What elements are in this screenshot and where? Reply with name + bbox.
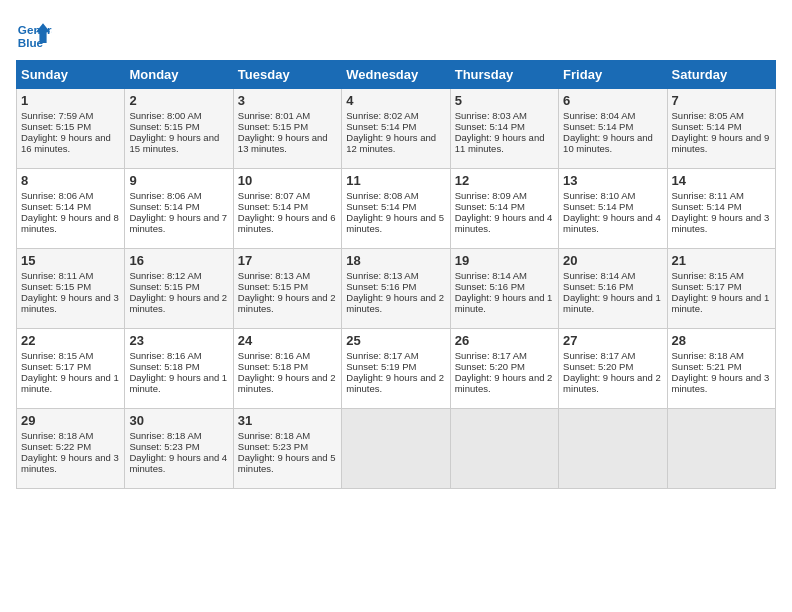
day-number: 27 (563, 333, 662, 348)
day-number: 31 (238, 413, 337, 428)
sunset: Sunset: 5:14 PM (455, 201, 525, 212)
day-number: 30 (129, 413, 228, 428)
sunrise: Sunrise: 8:17 AM (346, 350, 418, 361)
calendar-cell: 13Sunrise: 8:10 AMSunset: 5:14 PMDayligh… (559, 169, 667, 249)
sunset: Sunset: 5:17 PM (672, 281, 742, 292)
sunrise: Sunrise: 8:13 AM (346, 270, 418, 281)
day-number: 4 (346, 93, 445, 108)
day-number: 5 (455, 93, 554, 108)
daylight: Daylight: 9 hours and 12 minutes. (346, 132, 436, 154)
calendar-cell: 20Sunrise: 8:14 AMSunset: 5:16 PMDayligh… (559, 249, 667, 329)
sunrise: Sunrise: 8:11 AM (672, 190, 744, 201)
day-header-friday: Friday (559, 61, 667, 89)
daylight: Daylight: 9 hours and 3 minutes. (672, 212, 770, 234)
sunset: Sunset: 5:14 PM (455, 121, 525, 132)
calendar-cell (559, 409, 667, 489)
daylight: Daylight: 9 hours and 1 minute. (455, 292, 553, 314)
daylight: Daylight: 9 hours and 8 minutes. (21, 212, 119, 234)
daylight: Daylight: 9 hours and 2 minutes. (563, 372, 661, 394)
sunset: Sunset: 5:15 PM (238, 121, 308, 132)
calendar-cell: 30Sunrise: 8:18 AMSunset: 5:23 PMDayligh… (125, 409, 233, 489)
day-number: 3 (238, 93, 337, 108)
day-header-wednesday: Wednesday (342, 61, 450, 89)
daylight: Daylight: 9 hours and 10 minutes. (563, 132, 653, 154)
daylight: Daylight: 9 hours and 4 minutes. (129, 452, 227, 474)
daylight: Daylight: 9 hours and 3 minutes. (21, 292, 119, 314)
day-number: 22 (21, 333, 120, 348)
sunset: Sunset: 5:14 PM (346, 121, 416, 132)
sunset: Sunset: 5:14 PM (672, 121, 742, 132)
sunset: Sunset: 5:16 PM (455, 281, 525, 292)
day-number: 9 (129, 173, 228, 188)
sunset: Sunset: 5:20 PM (455, 361, 525, 372)
daylight: Daylight: 9 hours and 16 minutes. (21, 132, 111, 154)
sunset: Sunset: 5:14 PM (346, 201, 416, 212)
calendar-cell: 26Sunrise: 8:17 AMSunset: 5:20 PMDayligh… (450, 329, 558, 409)
calendar-week-4: 22Sunrise: 8:15 AMSunset: 5:17 PMDayligh… (17, 329, 776, 409)
daylight: Daylight: 9 hours and 1 minute. (129, 372, 227, 394)
sunrise: Sunrise: 8:15 AM (672, 270, 744, 281)
sunset: Sunset: 5:15 PM (21, 121, 91, 132)
day-number: 16 (129, 253, 228, 268)
sunrise: Sunrise: 8:05 AM (672, 110, 744, 121)
daylight: Daylight: 9 hours and 2 minutes. (455, 372, 553, 394)
sunrise: Sunrise: 8:08 AM (346, 190, 418, 201)
sunset: Sunset: 5:19 PM (346, 361, 416, 372)
sunrise: Sunrise: 8:06 AM (21, 190, 93, 201)
calendar-cell: 25Sunrise: 8:17 AMSunset: 5:19 PMDayligh… (342, 329, 450, 409)
day-number: 20 (563, 253, 662, 268)
sunset: Sunset: 5:14 PM (563, 121, 633, 132)
sunset: Sunset: 5:14 PM (563, 201, 633, 212)
sunset: Sunset: 5:22 PM (21, 441, 91, 452)
sunrise: Sunrise: 8:17 AM (455, 350, 527, 361)
sunrise: Sunrise: 8:16 AM (129, 350, 201, 361)
calendar-cell (667, 409, 775, 489)
sunset: Sunset: 5:23 PM (238, 441, 308, 452)
calendar-cell: 8Sunrise: 8:06 AMSunset: 5:14 PMDaylight… (17, 169, 125, 249)
calendar-cell: 24Sunrise: 8:16 AMSunset: 5:18 PMDayligh… (233, 329, 341, 409)
calendar-cell: 3Sunrise: 8:01 AMSunset: 5:15 PMDaylight… (233, 89, 341, 169)
day-number: 13 (563, 173, 662, 188)
daylight: Daylight: 9 hours and 2 minutes. (346, 292, 444, 314)
sunrise: Sunrise: 8:02 AM (346, 110, 418, 121)
day-number: 25 (346, 333, 445, 348)
daylight: Daylight: 9 hours and 3 minutes. (21, 452, 119, 474)
sunrise: Sunrise: 8:04 AM (563, 110, 635, 121)
calendar-week-3: 15Sunrise: 8:11 AMSunset: 5:15 PMDayligh… (17, 249, 776, 329)
calendar-cell: 11Sunrise: 8:08 AMSunset: 5:14 PMDayligh… (342, 169, 450, 249)
calendar-cell: 6Sunrise: 8:04 AMSunset: 5:14 PMDaylight… (559, 89, 667, 169)
calendar-cell: 4Sunrise: 8:02 AMSunset: 5:14 PMDaylight… (342, 89, 450, 169)
day-number: 10 (238, 173, 337, 188)
day-header-tuesday: Tuesday (233, 61, 341, 89)
daylight: Daylight: 9 hours and 4 minutes. (563, 212, 661, 234)
daylight: Daylight: 9 hours and 1 minute. (563, 292, 661, 314)
calendar-cell: 7Sunrise: 8:05 AMSunset: 5:14 PMDaylight… (667, 89, 775, 169)
day-number: 6 (563, 93, 662, 108)
sunrise: Sunrise: 8:18 AM (672, 350, 744, 361)
calendar-cell (342, 409, 450, 489)
sunset: Sunset: 5:16 PM (346, 281, 416, 292)
sunset: Sunset: 5:15 PM (129, 281, 199, 292)
logo: General Blue (16, 16, 52, 52)
day-number: 7 (672, 93, 771, 108)
daylight: Daylight: 9 hours and 1 minute. (21, 372, 119, 394)
sunrise: Sunrise: 8:10 AM (563, 190, 635, 201)
daylight: Daylight: 9 hours and 7 minutes. (129, 212, 227, 234)
daylight: Daylight: 9 hours and 3 minutes. (672, 372, 770, 394)
calendar-cell: 10Sunrise: 8:07 AMSunset: 5:14 PMDayligh… (233, 169, 341, 249)
calendar-cell: 23Sunrise: 8:16 AMSunset: 5:18 PMDayligh… (125, 329, 233, 409)
day-number: 12 (455, 173, 554, 188)
sunrise: Sunrise: 8:18 AM (238, 430, 310, 441)
sunrise: Sunrise: 8:14 AM (563, 270, 635, 281)
sunset: Sunset: 5:14 PM (21, 201, 91, 212)
sunset: Sunset: 5:17 PM (21, 361, 91, 372)
daylight: Daylight: 9 hours and 15 minutes. (129, 132, 219, 154)
sunset: Sunset: 5:15 PM (21, 281, 91, 292)
sunrise: Sunrise: 8:13 AM (238, 270, 310, 281)
sunset: Sunset: 5:16 PM (563, 281, 633, 292)
day-header-saturday: Saturday (667, 61, 775, 89)
sunrise: Sunrise: 8:16 AM (238, 350, 310, 361)
calendar-cell: 22Sunrise: 8:15 AMSunset: 5:17 PMDayligh… (17, 329, 125, 409)
daylight: Daylight: 9 hours and 5 minutes. (346, 212, 444, 234)
sunrise: Sunrise: 8:07 AM (238, 190, 310, 201)
